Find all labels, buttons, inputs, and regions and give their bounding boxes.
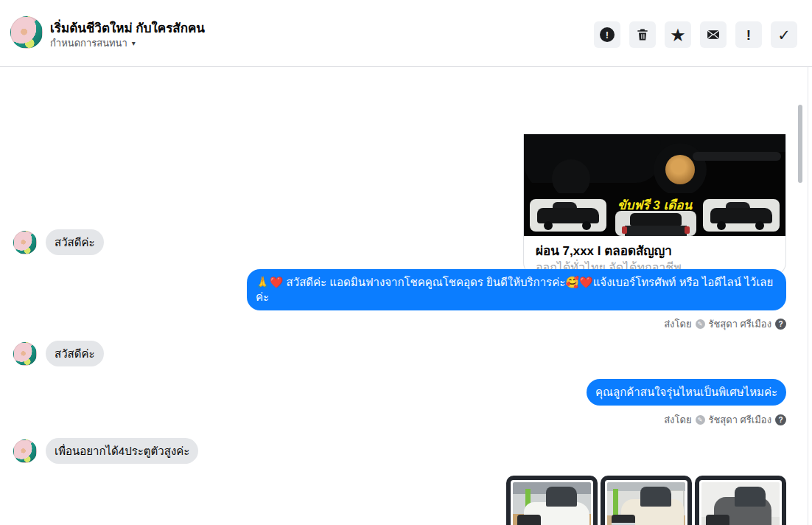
- attachment-card[interactable]: ขับฟรี 3 เดือน: [523, 134, 786, 276]
- decor-shape: [524, 134, 661, 183]
- delete-button[interactable]: [629, 21, 656, 48]
- conversation-schedule-dropdown[interactable]: กำหนดการสนทนา ▾: [50, 35, 136, 50]
- decor-shape: [613, 489, 618, 518]
- sender-avatar[interactable]: [13, 342, 37, 366]
- star-button[interactable]: ★: [665, 21, 691, 48]
- incoming-message-bubble[interactable]: เพื่อนอยากได้4ประตูตัวสูงค่ะ: [46, 438, 198, 464]
- truck-photo: [701, 482, 780, 525]
- help-icon[interactable]: ?: [775, 319, 786, 330]
- sent-by-status: ส่งโดย ✎ รัชสุดา ศรีเมือง ?: [664, 412, 786, 428]
- exclamation-icon: !: [746, 28, 751, 42]
- decor-shape: [706, 515, 729, 525]
- star-icon: ★: [671, 27, 685, 43]
- truck-side-thumb: [703, 199, 780, 232]
- mark-important-button[interactable]: !: [735, 21, 762, 48]
- truck-photo: [607, 482, 685, 525]
- chevron-down-icon: ▾: [132, 39, 136, 47]
- sent-by-name: รัชสุดา ศรีเมือง: [709, 412, 772, 428]
- outgoing-message-bubble[interactable]: คุณลูกค้าสนใจรุ่นไหนเป็นพิเศษไหมค่ะ: [587, 379, 786, 406]
- conversation-thread: ขับฟรี 3 เดือน: [0, 67, 812, 525]
- header-actions-toolbar: ! ★ ! ✓: [594, 21, 797, 48]
- decor-shape: [625, 226, 687, 236]
- attachment-collage: ขับฟรี 3 เดือน: [524, 193, 785, 236]
- conversation-subtitle: กำหนดการสนทนา: [50, 35, 127, 51]
- tire-shape: [552, 159, 590, 193]
- outgoing-message-bubble[interactable]: 🙏❤️ สวัสดีค่ะ แอดมินฟางจากโชคคูณโชคอุดร …: [247, 269, 786, 310]
- decor-shape: [717, 221, 726, 230]
- sender-avatar[interactable]: [13, 231, 37, 254]
- messenger-inbox-window: เริ่มต้นชีวิตใหม่ กับใครสักคน กำหนดการสน…: [0, 0, 812, 525]
- editor-badge-icon: ✎: [696, 415, 705, 425]
- decor-shape: [693, 152, 781, 161]
- envelope-icon: [705, 27, 721, 42]
- decor-shape: [685, 226, 690, 234]
- truck-rear-thumb: [615, 211, 696, 236]
- panel-divider: [808, 67, 808, 525]
- checkmark-icon: ✓: [777, 27, 791, 43]
- photo-attachment-cream-truck[interactable]: [601, 476, 692, 525]
- help-icon[interactable]: ?: [775, 414, 786, 425]
- scrollbar-thumb[interactable]: [798, 105, 802, 183]
- photo-attachment-gray-truck[interactable]: [695, 476, 786, 525]
- truck-side-thumb: [530, 199, 606, 232]
- sent-by-label: ส่งโดย: [664, 316, 691, 332]
- decor-shape: [582, 221, 591, 230]
- mark-unread-button[interactable]: [700, 21, 727, 48]
- photo-attachment-white-truck[interactable]: [506, 476, 598, 525]
- decor-shape: [544, 221, 553, 230]
- truck-photo: [513, 482, 591, 525]
- decor-shape: [517, 515, 541, 525]
- decor-shape: [735, 487, 766, 507]
- sender-avatar[interactable]: [13, 439, 37, 463]
- photo-frame: [699, 480, 782, 525]
- truck-front-photo: [524, 134, 785, 193]
- report-icon: !: [600, 27, 615, 42]
- report-button[interactable]: !: [594, 21, 620, 48]
- trash-icon: [635, 27, 650, 42]
- decor-shape: [640, 487, 671, 507]
- editor-badge-icon: ✎: [696, 319, 705, 329]
- sent-by-name: รัชสุดา ศรีเมือง: [709, 316, 772, 332]
- decor-shape: [622, 226, 627, 234]
- photo-frame: [605, 480, 687, 525]
- decor-shape: [630, 213, 682, 226]
- decor-shape: [612, 515, 635, 525]
- conversation-header: เริ่มต้นชีวิตใหม่ กับใครสักคน กำหนดการสน…: [0, 0, 812, 67]
- decor-shape: [755, 221, 764, 230]
- decor-shape: [546, 487, 577, 507]
- bronze-rim-shape: [665, 155, 695, 184]
- sent-by-status: ส่งโดย ✎ รัชสุดา ศรีเมือง ?: [664, 316, 786, 332]
- attachment-photo: [524, 134, 785, 193]
- incoming-message-bubble[interactable]: สวัสดีค่ะ: [46, 341, 104, 366]
- sent-by-label: ส่งโดย: [664, 412, 691, 428]
- mark-done-button[interactable]: ✓: [771, 21, 797, 48]
- incoming-message-bubble[interactable]: สวัสดีค่ะ: [46, 229, 104, 255]
- conversation-avatar[interactable]: [10, 16, 43, 49]
- photo-frame: [511, 480, 593, 525]
- attachment-title: ผ่อน 7,xxx I ตลอดสัญญา: [536, 243, 774, 260]
